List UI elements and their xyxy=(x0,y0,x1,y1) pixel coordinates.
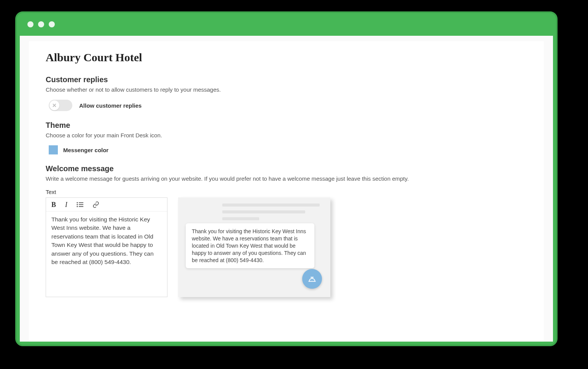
browser-frame: Albury Court Hotel Customer replies Choo… xyxy=(15,11,558,346)
bullet-list-button[interactable] xyxy=(76,202,83,207)
window-close-icon[interactable] xyxy=(27,21,33,27)
window-minimize-icon[interactable] xyxy=(38,21,44,27)
section-theme: Theme Choose a color for your main Front… xyxy=(46,121,527,154)
color-row: Messenger color xyxy=(49,145,527,154)
skeleton-line xyxy=(222,204,320,207)
editor-row: B I xyxy=(46,197,527,297)
toggle-row: ✕ Allow customer replies xyxy=(49,100,527,111)
messenger-color-swatch[interactable] xyxy=(49,145,58,154)
welcome-text-editor: B I xyxy=(46,197,167,297)
customer-replies-heading: Customer replies xyxy=(46,75,527,84)
link-icon xyxy=(92,201,99,208)
window-titlebar xyxy=(17,13,556,36)
editor-toolbar: B I xyxy=(46,198,167,212)
italic-button[interactable]: I xyxy=(65,201,67,208)
section-welcome-message: Welcome message Write a welcome message … xyxy=(46,164,527,297)
section-customer-replies: Customer replies Choose whether or not t… xyxy=(46,75,527,111)
viewport: Albury Court Hotel Customer replies Choo… xyxy=(20,36,553,342)
list-icon xyxy=(76,202,83,207)
link-button[interactable] xyxy=(92,201,99,208)
svg-point-4 xyxy=(77,206,78,207)
welcome-description: Write a welcome message for guests arriv… xyxy=(46,175,527,182)
bell-icon xyxy=(307,274,317,284)
messenger-color-label: Messenger color xyxy=(63,147,108,153)
welcome-text-input[interactable]: Thank you for visiting the Historic Key … xyxy=(46,212,167,297)
theme-heading: Theme xyxy=(46,121,527,130)
window-maximize-icon[interactable] xyxy=(49,21,55,27)
welcome-text-label: Text xyxy=(46,189,527,195)
allow-replies-toggle[interactable]: ✕ xyxy=(49,100,72,111)
preview-skeleton xyxy=(222,204,320,220)
page-content: Albury Court Hotel Customer replies Choo… xyxy=(29,41,544,342)
skeleton-line xyxy=(222,217,259,220)
welcome-preview-panel: Thank you for visiting the Historic Key … xyxy=(178,197,330,297)
allow-replies-label: Allow customer replies xyxy=(79,102,142,109)
preview-message-bubble: Thank you for visiting the Historic Key … xyxy=(186,223,314,268)
front-desk-launcher-button[interactable] xyxy=(302,269,322,289)
customer-replies-description: Choose whether or not to allow customers… xyxy=(46,86,527,93)
theme-description: Choose a color for your main Front Desk … xyxy=(46,132,527,138)
svg-point-2 xyxy=(77,204,78,205)
svg-point-0 xyxy=(77,202,78,203)
skeleton-line xyxy=(222,210,305,213)
page-title: Albury Court Hotel xyxy=(46,51,527,64)
welcome-heading: Welcome message xyxy=(46,164,527,173)
bold-button[interactable]: B xyxy=(51,201,56,208)
close-icon: ✕ xyxy=(49,100,59,110)
